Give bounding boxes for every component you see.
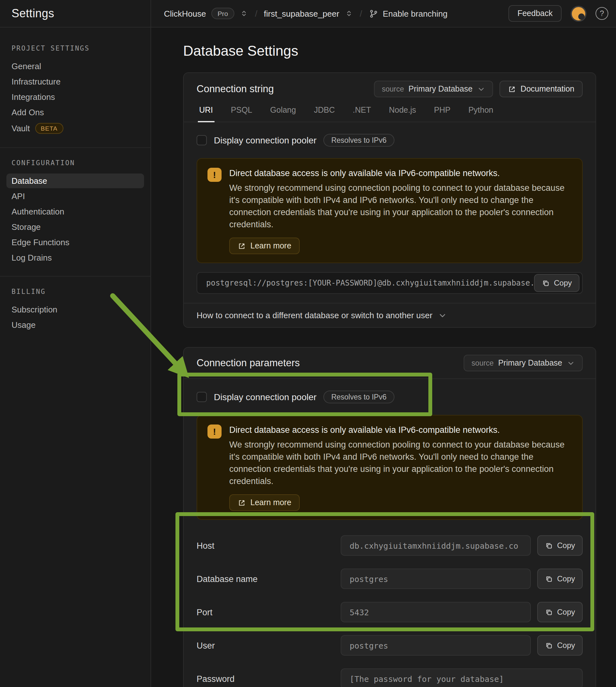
copy-uri-button[interactable]: Copy [534, 274, 579, 292]
documentation-button[interactable]: Documentation [500, 81, 583, 97]
connection-help-toggle[interactable]: How to connect to a different database o… [184, 303, 595, 327]
copy-label: Copy [557, 607, 575, 617]
tab-psql[interactable]: PSQL [229, 103, 254, 121]
password-value[interactable]: [The password for your database] [340, 668, 583, 687]
connection-parameter-fields: Host db.cxhygiuitamxhniiddjm.supabase.co… [197, 529, 583, 687]
project-selector[interactable]: first_supabase_peer [264, 9, 353, 18]
sidebar-item-label: Add Ons [12, 108, 44, 117]
sidebar-divider [0, 276, 151, 276]
learn-more-label: Learn more [250, 241, 291, 250]
copy-host-button[interactable]: Copy [537, 535, 583, 556]
connection-uri-value[interactable]: postgresql://postgres:[YOUR-PASSWORD]@db… [197, 272, 583, 294]
connection-parameters-title: Connection parameters [197, 357, 300, 369]
host-label: Host [197, 541, 340, 550]
alert-icon: ! [207, 168, 222, 182]
settings-sidebar: PROJECT SETTINGS General Infrastructure … [0, 27, 151, 687]
alert-icon: ! [207, 424, 222, 439]
beta-badge: BETA [35, 123, 63, 134]
display-connection-pooler-checkbox[interactable] [197, 392, 207, 402]
source-select[interactable]: source Primary Database [464, 355, 583, 371]
source-label: source [382, 85, 404, 93]
display-connection-pooler-label: Display connection pooler [214, 392, 317, 402]
tab-dotnet[interactable]: .NET [352, 103, 372, 121]
source-value: Primary Database [409, 85, 472, 93]
user-value[interactable]: postgres [340, 635, 531, 656]
tab-jdbc[interactable]: JDBC [312, 103, 336, 121]
copy-database-name-button[interactable]: Copy [537, 569, 583, 589]
sidebar-item-label: Storage [12, 222, 41, 232]
sidebar-item-storage[interactable]: Storage [6, 220, 144, 234]
connection-string-title: Connection string [197, 83, 274, 95]
copy-label: Copy [557, 641, 575, 650]
sidebar-item-integrations[interactable]: Integrations [6, 90, 144, 104]
connection-uri-row: postgresql://postgres:[YOUR-PASSWORD]@db… [197, 272, 583, 294]
chevron-down-icon [438, 311, 447, 320]
copy-label: Copy [554, 279, 572, 287]
sidebar-item-authentication[interactable]: Authentication [6, 204, 144, 219]
chevron-up-down-icon [345, 9, 353, 18]
sidebar-item-edge-functions[interactable]: Edge Functions [6, 235, 144, 250]
plan-badge: Pro [211, 8, 235, 19]
learn-more-button[interactable]: Learn more [229, 494, 300, 511]
database-name-field-row: Database name postgres Copy [197, 562, 583, 595]
display-connection-pooler-row: Display connection pooler Resolves to IP… [197, 388, 583, 406]
copy-label: Copy [557, 574, 575, 583]
learn-more-button[interactable]: Learn more [229, 238, 300, 254]
sidebar-item-subscription[interactable]: Subscription [6, 302, 144, 317]
connection-string-header: Connection string source Primary Databas… [184, 73, 595, 122]
chevron-down-icon [477, 85, 485, 93]
ipv6-warning-panel: ! Direct database access is only availab… [197, 415, 583, 520]
avatar-status-dot [578, 13, 585, 20]
sidebar-item-vault[interactable]: Vault BETA [6, 120, 144, 136]
port-field-row: Port 5432 Copy [197, 595, 583, 629]
source-value: Primary Database [498, 358, 562, 368]
database-name-value[interactable]: postgres [340, 569, 531, 589]
enable-branching-button[interactable]: Enable branching [369, 9, 447, 18]
connection-parameters-body: Display connection pooler Resolves to IP… [184, 379, 595, 687]
sidebar-item-general[interactable]: General [6, 59, 144, 74]
tab-nodejs[interactable]: Node.js [388, 103, 418, 121]
copy-user-button[interactable]: Copy [537, 635, 583, 656]
tab-python[interactable]: Python [467, 103, 494, 121]
top-bar-right: Feedback ? [508, 5, 608, 22]
top-bar: Settings ClickHouse Pro / first_supabase… [0, 0, 616, 27]
source-select[interactable]: source Primary Database [374, 81, 493, 97]
sidebar-item-infrastructure[interactable]: Infrastructure [6, 74, 144, 89]
help-icon[interactable]: ? [595, 7, 608, 20]
feedback-button[interactable]: Feedback [508, 5, 562, 22]
display-connection-pooler-checkbox[interactable] [197, 135, 207, 145]
connection-parameters-header: Connection parameters source Primary Dat… [184, 348, 595, 379]
sidebar-item-database[interactable]: Database [6, 174, 144, 188]
sidebar-section-title-configuration: CONFIGURATION [0, 159, 151, 167]
host-value[interactable]: db.cxhygiuitamxhniiddjm.supabase.co [340, 535, 531, 556]
warning-body: We strongly recommend using connection p… [229, 439, 567, 487]
sidebar-item-log-drains[interactable]: Log Drains [6, 250, 144, 265]
database-name-label: Database name [197, 574, 340, 583]
sidebar-item-label: Edge Functions [12, 238, 69, 247]
port-value[interactable]: 5432 [340, 602, 531, 622]
sidebar-item-add-ons[interactable]: Add Ons [6, 105, 144, 120]
app-window: Settings ClickHouse Pro / first_supabase… [0, 0, 616, 687]
sidebar-item-label: General [12, 62, 41, 71]
ipv6-badge: Resolves to IPv6 [324, 134, 394, 147]
copy-port-button[interactable]: Copy [537, 602, 583, 622]
breadcrumb-separator: / [255, 8, 258, 19]
source-label: source [471, 359, 494, 367]
copy-icon [545, 641, 553, 649]
password-field-row: Password [The password for your database… [197, 662, 583, 687]
sidebar-section-title-billing: BILLING [0, 287, 151, 295]
sidebar-item-label: API [12, 192, 25, 201]
org-selector[interactable]: ClickHouse Pro [164, 8, 248, 19]
sidebar-item-usage[interactable]: Usage [6, 317, 144, 332]
tab-golang[interactable]: Golang [269, 103, 298, 121]
host-field-row: Host db.cxhygiuitamxhniiddjm.supabase.co… [197, 529, 583, 562]
connection-parameters-card: Connection parameters source Primary Dat… [183, 347, 596, 687]
top-bar-left: Settings [0, 0, 151, 27]
user-field-row: User postgres Copy [197, 629, 583, 662]
org-avatar[interactable] [571, 5, 587, 21]
tab-php[interactable]: PHP [433, 103, 452, 121]
sidebar-item-api[interactable]: API [6, 189, 144, 204]
warning-title: Direct database access is only available… [229, 424, 567, 436]
connection-string-tabs: URI PSQL Golang JDBC .NET Node.js PHP Py… [184, 103, 595, 122]
tab-uri[interactable]: URI [198, 103, 214, 122]
